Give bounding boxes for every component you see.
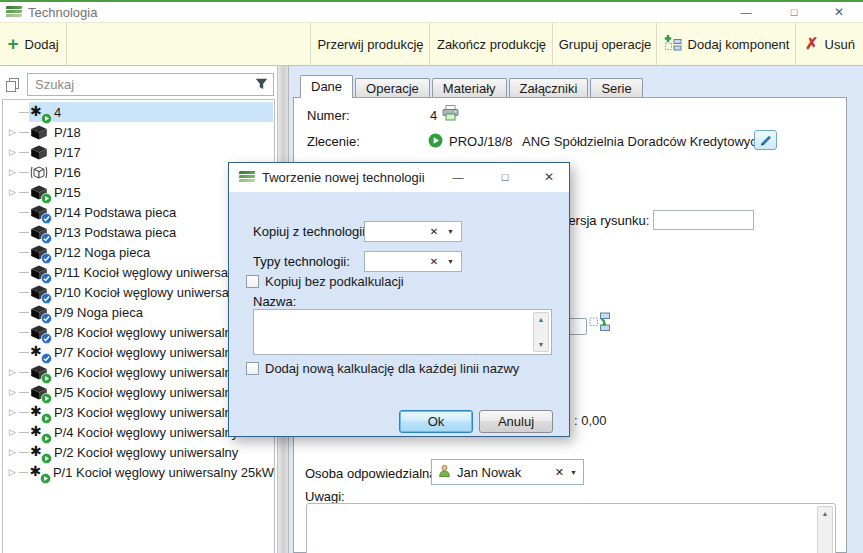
- checkbox-icon[interactable]: [246, 275, 259, 288]
- dialog-maximize-icon[interactable]: □: [492, 167, 518, 187]
- tree-item[interactable]: ▷ ✱ P/1 Kocioł węglowy uniwersalny 25kW: [3, 462, 274, 482]
- dodaj-nowa-kalkulacje-checkbox[interactable]: Dodaj nową kalkulację dla każdej linii n…: [246, 361, 519, 376]
- expander-icon[interactable]: ▷: [6, 147, 19, 157]
- expander-icon[interactable]: ▷: [6, 127, 19, 137]
- item-type-icon: [30, 384, 49, 401]
- tab-serie[interactable]: Serie: [590, 78, 642, 98]
- expander-icon[interactable]: ▷: [6, 427, 19, 437]
- add-component-button[interactable]: Dodaj komponent: [658, 23, 796, 65]
- close-icon[interactable]: ✕: [824, 2, 854, 22]
- tree-connector: [19, 272, 29, 273]
- group-operations-label: Grupuj operacje: [559, 37, 652, 52]
- clear-icon[interactable]: ✕: [430, 256, 438, 267]
- status-badge: [41, 372, 52, 383]
- typy-technologii-combo[interactable]: ✕ ▼: [364, 251, 462, 272]
- scrollbar[interactable]: ▲ ▼: [533, 312, 549, 352]
- scroll-up-icon[interactable]: ▲: [818, 510, 832, 517]
- maximize-icon[interactable]: □: [779, 2, 809, 22]
- status-play-icon: [428, 133, 443, 148]
- add-button[interactable]: + Dodaj: [0, 23, 67, 65]
- tree-item[interactable]: ▷ ✱ P/2 Kocioł węglowy uniwersalny: [3, 442, 274, 462]
- tree-connector: [19, 192, 29, 193]
- ok-button[interactable]: Ok: [399, 410, 473, 433]
- zlecenie-number: PROJ/18/8: [449, 134, 513, 149]
- tree-item-label: P/16: [54, 165, 81, 180]
- cancel-button[interactable]: Anuluj: [479, 410, 553, 433]
- item-type-icon: [30, 184, 49, 201]
- scroll-up-icon[interactable]: ▲: [534, 316, 548, 323]
- wersja-rysunku-label: wersja rysunku:: [559, 213, 649, 228]
- tab-dane[interactable]: Dane: [300, 75, 353, 98]
- kopiuj-z-technologii-label: Kopiuj z technologii:: [253, 224, 369, 239]
- tabstrip: DaneOperacjeMateriałyZałącznikiSerie: [300, 75, 645, 98]
- kopiuj-z-technologii-combo[interactable]: ✕ ▼: [364, 221, 462, 242]
- item-type-icon: [30, 284, 49, 301]
- osoba-value: Jan Nowak: [457, 465, 521, 480]
- expander-icon[interactable]: ▷: [6, 467, 19, 477]
- expander-icon[interactable]: ▷: [6, 387, 19, 397]
- finish-production-button[interactable]: Zakończ produkcję: [431, 23, 553, 65]
- tree-item[interactable]: ✱ 4: [3, 102, 274, 122]
- status-badge: [41, 232, 52, 243]
- tree-item-label: P/8 Kocioł węglowy uniwersalny: [54, 325, 238, 340]
- expander-icon[interactable]: ▷: [6, 367, 19, 377]
- expander-icon[interactable]: ▷: [6, 167, 19, 177]
- tab-operacje[interactable]: Operacje: [355, 78, 430, 98]
- osoba-combo[interactable]: Jan Nowak ✕ ▼: [431, 459, 584, 485]
- plus-icon: +: [7, 35, 18, 53]
- copy-pages-icon[interactable]: [5, 77, 23, 95]
- checkbox-label: Dodaj nową kalkulację dla każdej linii n…: [265, 361, 519, 376]
- uwagi-textarea[interactable]: ▲ ▼: [306, 503, 836, 553]
- chevron-down-icon[interactable]: ▼: [447, 258, 454, 265]
- chevron-down-icon[interactable]: ▼: [570, 469, 577, 476]
- expander-icon[interactable]: ▷: [6, 187, 19, 197]
- scrollbar[interactable]: ▲ ▼: [817, 506, 833, 553]
- item-type-icon: [30, 224, 49, 241]
- minimize-icon[interactable]: —: [731, 2, 761, 22]
- tree-item-label: P/17: [54, 145, 81, 160]
- search-input[interactable]: [27, 73, 274, 96]
- wersja-rysunku-input[interactable]: [653, 210, 754, 230]
- filter-funnel-icon[interactable]: [255, 78, 268, 93]
- delete-button[interactable]: ✗ Usuń: [797, 23, 863, 65]
- item-type-icon: ✱: [30, 404, 49, 421]
- tab-materiały[interactable]: Materiały: [432, 78, 507, 98]
- zlecenie-client: ANG Spółdzielnia Doradców Kredytowych: [522, 134, 764, 149]
- typy-technologii-label: Typy technologii:: [253, 254, 350, 269]
- tree-item[interactable]: ▷ P/17: [3, 142, 274, 162]
- item-type-icon: [30, 204, 49, 221]
- edit-zlecenie-button[interactable]: [754, 130, 777, 150]
- numer-label: Numer:: [307, 108, 350, 123]
- print-icon[interactable]: [442, 105, 460, 122]
- dialog-minimize-icon[interactable]: —: [445, 167, 471, 187]
- tree-item[interactable]: ▷ P/18: [3, 122, 274, 142]
- clear-icon[interactable]: ✕: [555, 466, 564, 479]
- dialog-close-icon[interactable]: ✕: [536, 167, 562, 187]
- expander-icon[interactable]: ▷: [6, 407, 19, 417]
- clear-icon[interactable]: ✕: [430, 226, 438, 237]
- status-badge: [41, 452, 52, 463]
- checkbox-icon[interactable]: [246, 362, 259, 375]
- status-badge: [41, 432, 52, 443]
- tree-item-label: P/13 Podstawa pieca: [54, 225, 176, 240]
- chevron-down-icon[interactable]: ▼: [447, 228, 454, 235]
- tree-connector: [19, 152, 29, 153]
- status-badge: [40, 472, 51, 483]
- item-type-icon: ✱: [30, 104, 49, 121]
- structure-generate-icon[interactable]: [589, 312, 611, 333]
- interrupt-production-label: Przerwij produkcję: [317, 37, 423, 52]
- zlecenie-label: Zlecenie:: [307, 134, 360, 149]
- scroll-down-icon[interactable]: ▼: [534, 341, 548, 348]
- expander-icon[interactable]: ▷: [6, 447, 19, 457]
- tree-connector: [19, 432, 29, 433]
- nazwa-textarea[interactable]: ▲ ▼: [253, 309, 552, 355]
- toolbar-spacer: [67, 23, 311, 65]
- tab-załączniki[interactable]: Załączniki: [509, 78, 589, 98]
- interrupt-production-button[interactable]: Przerwij produkcję: [312, 23, 430, 65]
- kopiuj-bez-podkalkulacji-checkbox[interactable]: Kopiuj bez podkalkulacji: [246, 274, 404, 289]
- group-operations-button[interactable]: Grupuj operacje: [554, 23, 657, 65]
- selection-highlight: [29, 102, 273, 122]
- item-type-icon: [30, 164, 49, 181]
- add-component-label: Dodaj komponent: [688, 37, 790, 52]
- status-badge: [41, 212, 52, 223]
